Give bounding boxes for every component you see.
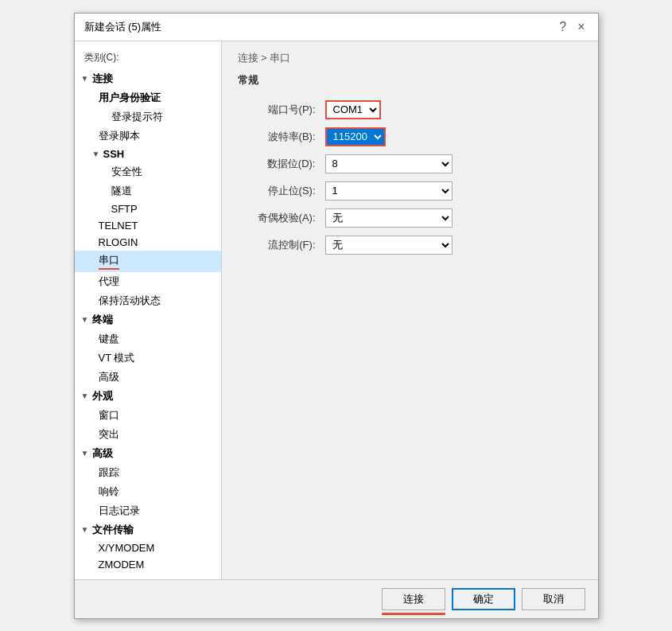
section-title: 常规 xyxy=(238,73,582,91)
data-bits-select[interactable]: 7 8 xyxy=(325,154,453,173)
category-panel: 类别(C): ▼ 连接 用户身份验证 登录提示符 登录脚本 ▼ SSH 安全性 xyxy=(75,41,222,579)
sidebar-item-sftp[interactable]: SFTP xyxy=(75,201,221,217)
title-controls: ? × xyxy=(556,21,588,33)
parity-row: 奇偶校验(A): 无 奇 偶 xyxy=(238,208,582,228)
data-bits-label: 数据位(D): xyxy=(238,157,325,171)
parity-select[interactable]: 无 奇 偶 xyxy=(325,208,453,228)
parity-label: 奇偶校验(A): xyxy=(238,211,325,225)
sidebar-item-terminal[interactable]: ▼ 终端 xyxy=(75,310,221,329)
port-select-wrap: COM1 COM2 COM3 COM4 xyxy=(325,100,381,119)
connect-button[interactable]: 连接 xyxy=(382,588,445,610)
flow-row: 流控制(F): 无 硬件 软件 xyxy=(238,236,582,255)
baud-label: 波特率(B): xyxy=(238,130,325,144)
sidebar-item-login-script[interactable]: 登录脚本 xyxy=(75,127,221,146)
sidebar-item-security[interactable]: 安全性 xyxy=(75,162,221,181)
port-label: 端口号(P): xyxy=(238,103,325,117)
sidebar-item-advanced-terminal[interactable]: 高级 xyxy=(75,368,221,387)
flow-select[interactable]: 无 硬件 软件 xyxy=(325,236,453,255)
port-select[interactable]: COM1 COM2 COM3 COM4 xyxy=(325,100,381,119)
data-bits-row: 数据位(D): 7 8 xyxy=(238,154,582,173)
sidebar-item-zmodem[interactable]: ZMODEM xyxy=(75,556,221,573)
dialog-body: 类别(C): ▼ 连接 用户身份验证 登录提示符 登录脚本 ▼ SSH 安全性 xyxy=(75,41,598,579)
sidebar-item-log[interactable]: 日志记录 xyxy=(75,501,221,520)
cancel-button[interactable]: 取消 xyxy=(522,588,585,610)
sidebar-item-window[interactable]: 窗口 xyxy=(75,406,221,425)
content-panel: 连接 > 串口 常规 端口号(P): COM1 COM2 COM3 COM4 波… xyxy=(222,41,598,579)
sidebar-item-serial[interactable]: 串口 xyxy=(75,251,221,272)
sidebar-item-bell[interactable]: 响铃 xyxy=(75,482,221,501)
ok-button[interactable]: 确定 xyxy=(452,588,515,610)
sidebar-item-vt-mode[interactable]: VT 模式 xyxy=(75,349,221,368)
dialog-title: 新建会话 (5)属性 xyxy=(84,20,162,34)
sidebar-item-telnet[interactable]: TELNET xyxy=(75,217,221,234)
baud-select-wrap: 9600 19200 38400 57600 115200 xyxy=(325,127,386,146)
sidebar-item-login-prompt[interactable]: 登录提示符 xyxy=(75,107,221,127)
sidebar-item-appearance[interactable]: ▼ 外观 xyxy=(75,387,221,406)
dialog: 新建会话 (5)属性 ? × 类别(C): ▼ 连接 用户身份验证 登录提示符 … xyxy=(74,13,599,619)
sidebar-item-rlogin[interactable]: RLOGIN xyxy=(75,234,221,251)
sidebar-item-ssh[interactable]: ▼ SSH xyxy=(75,146,221,162)
category-label: 类别(C): xyxy=(75,48,221,69)
sidebar-item-keyboard[interactable]: 键盘 xyxy=(75,329,221,349)
flow-label: 流控制(F): xyxy=(238,238,325,252)
breadcrumb: 连接 > 串口 xyxy=(238,51,582,65)
sidebar-item-user-auth[interactable]: 用户身份验证 xyxy=(75,88,221,107)
help-button[interactable]: ? xyxy=(556,21,569,33)
connect-btn-wrap: 连接 xyxy=(382,588,445,610)
connect-underline xyxy=(382,613,445,615)
sidebar-item-file-transfer[interactable]: ▼ 文件传输 xyxy=(75,520,221,539)
sidebar-item-tunnel[interactable]: 隧道 xyxy=(75,181,221,201)
baud-select[interactable]: 9600 19200 38400 57600 115200 xyxy=(325,127,386,146)
port-row: 端口号(P): COM1 COM2 COM3 COM4 xyxy=(238,100,582,119)
stop-bits-row: 停止位(S): 1 2 xyxy=(238,181,582,201)
dialog-footer: 连接 确定 取消 xyxy=(75,579,598,618)
sidebar-item-keepalive[interactable]: 保持活动状态 xyxy=(75,291,221,310)
sidebar-item-proxy[interactable]: 代理 xyxy=(75,272,221,291)
close-button[interactable]: × xyxy=(574,21,588,33)
sidebar-item-connection[interactable]: ▼ 连接 xyxy=(75,69,221,88)
stop-bits-select[interactable]: 1 2 xyxy=(325,181,453,201)
sidebar-item-highlight[interactable]: 突出 xyxy=(75,425,221,444)
sidebar-item-xymodem[interactable]: X/YMODEM xyxy=(75,539,221,556)
sidebar-item-trace[interactable]: 跟踪 xyxy=(75,463,221,482)
baud-row: 波特率(B): 9600 19200 38400 57600 115200 xyxy=(238,127,582,146)
stop-bits-label: 停止位(S): xyxy=(238,184,325,198)
title-bar: 新建会话 (5)属性 ? × xyxy=(75,14,598,41)
sidebar-item-advanced[interactable]: ▼ 高级 xyxy=(75,444,221,463)
